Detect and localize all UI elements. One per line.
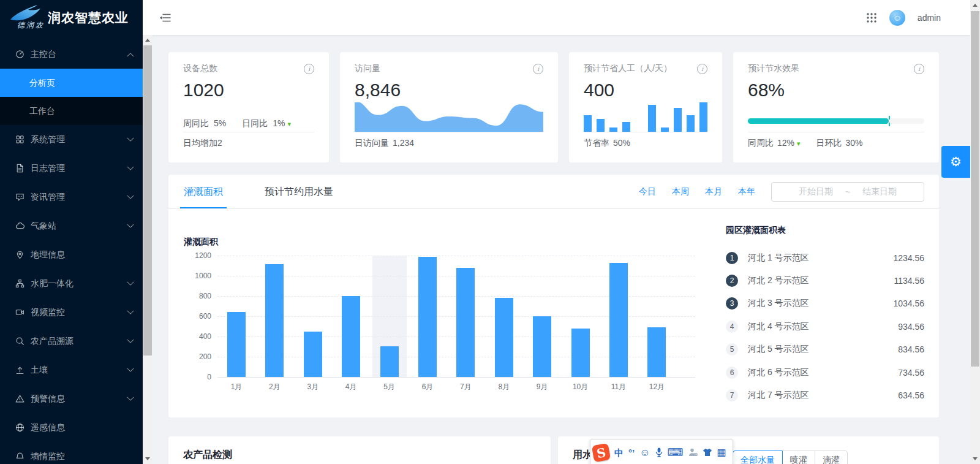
ime-punctuation-icon[interactable]: °’: [628, 448, 635, 457]
chevron-down-icon: [127, 365, 134, 371]
scroll-down-icon[interactable]: [970, 454, 980, 464]
sidebar-item-search[interactable]: 农产品溯源: [0, 327, 143, 356]
rank-value: 934.56: [898, 322, 924, 332]
range-today[interactable]: 今日: [639, 186, 656, 197]
chevron-down-icon: [127, 336, 134, 343]
water-filter-滴灌[interactable]: 滴灌: [815, 451, 848, 464]
app-screen: 德润农 润农智慧农业 主控台分析页工作台系统管理日志管理资讯管理气象站地理信息水…: [0, 0, 980, 464]
sidebar-item-apps[interactable]: 系统管理: [0, 125, 143, 154]
brand-logo[interactable]: 德润农 润农智慧农业: [0, 0, 143, 35]
x-axis-tick: 1月: [231, 382, 243, 392]
mini-bar: [699, 102, 707, 132]
apps-icon: [15, 135, 24, 145]
labor-bar-chart: [584, 102, 707, 132]
sidebar-subitem-工作台[interactable]: 工作台: [0, 97, 143, 125]
ranking-row: 4 河北 4 号示范区 934.56: [726, 315, 924, 338]
apps-grid-icon[interactable]: [866, 12, 877, 23]
sidebar-item-soil[interactable]: 土壤: [0, 356, 143, 384]
ime-toolbox-icon[interactable]: ▦: [717, 447, 726, 457]
stat-card-visits: 访问量 i 8,846 日访问量1,234: [340, 52, 558, 162]
sidebar-scrollbar[interactable]: [143, 35, 153, 464]
settings-drawer-button[interactable]: ⚙: [941, 146, 970, 178]
menu-fold-icon[interactable]: [159, 13, 172, 23]
info-icon[interactable]: i: [914, 64, 924, 74]
stat-card-footer: 节省率50%: [584, 132, 707, 153]
ime-keyboard-icon[interactable]: ⌨: [668, 447, 684, 458]
mini-bar: [584, 115, 592, 132]
water-filter-喷灌[interactable]: 喷灌: [782, 451, 815, 464]
range-year[interactable]: 本年: [738, 186, 755, 197]
rank-badge: 2: [726, 275, 738, 287]
sidebar-item-message[interactable]: 资讯管理: [0, 183, 143, 211]
ranking-row: 7 河北 7 号示范区 634.56: [726, 384, 924, 406]
mini-bar: [674, 108, 682, 132]
rank-name: 河北 5 号示范区: [748, 344, 898, 355]
rank-name: 河北 4 号示范区: [748, 321, 898, 332]
ime-mic-icon[interactable]: [655, 447, 663, 457]
scroll-up-icon[interactable]: [970, 0, 980, 10]
chevron-down-icon: [127, 278, 134, 285]
gear-icon: ⚙: [950, 154, 962, 169]
sidebar-item-cluster[interactable]: 水肥一体化: [0, 269, 143, 298]
file-icon: [15, 164, 24, 173]
chart-bar-2月: [265, 264, 284, 377]
ime-emoji-icon[interactable]: ☺: [639, 447, 650, 458]
dashboard-icon: [15, 50, 24, 59]
info-icon[interactable]: i: [304, 64, 314, 74]
mini-bar: [597, 119, 605, 132]
stat-card-labor: 预计节省人工（人/天） i 400 节省率50%: [569, 52, 722, 162]
ime-chinese-mode-icon[interactable]: 中: [614, 448, 624, 457]
sidebar-item-dashboard[interactable]: 主控台: [0, 40, 143, 69]
sidebar-item-video[interactable]: 视频监控: [0, 298, 143, 327]
scroll-up-icon[interactable]: [143, 35, 153, 45]
message-icon: [15, 192, 24, 202]
date-range-picker[interactable]: 开始日期 ~ 结束日期: [771, 182, 924, 202]
mini-bar: [687, 115, 695, 132]
sidebar-subitem-分析页[interactable]: 分析页: [0, 69, 143, 97]
cloud-icon: [15, 221, 24, 231]
username[interactable]: admin: [918, 13, 941, 23]
rank-name: 河北 7 号示范区: [748, 390, 898, 401]
x-axis-tick: 5月: [383, 382, 395, 392]
mini-bar: [661, 127, 669, 132]
rank-badge: 7: [726, 389, 738, 401]
cluster-icon: [15, 279, 24, 289]
page-scrollbar[interactable]: [970, 0, 980, 464]
progress-target-marker: [889, 116, 890, 126]
sidebar-item-globe[interactable]: 遥感信息: [0, 413, 143, 442]
info-icon[interactable]: i: [697, 64, 707, 74]
range-month[interactable]: 本月: [705, 186, 722, 197]
gridline: [217, 256, 695, 256]
info-icon[interactable]: i: [533, 64, 543, 74]
avatar[interactable]: ☺: [889, 10, 905, 26]
scroll-down-icon[interactable]: [143, 454, 153, 464]
chevron-down-icon: [127, 307, 134, 314]
sidebar-item-file[interactable]: 日志管理: [0, 154, 143, 183]
sidebar-scrollbar-thumb[interactable]: [143, 45, 152, 356]
ime-skin-icon[interactable]: [703, 448, 712, 457]
sidebar-item-cloud[interactable]: 气象站: [0, 211, 143, 240]
ime-toolbar[interactable]: S 中 °’ ☺ ⌨ 22 ▦: [590, 439, 733, 464]
mini-bar: [648, 105, 656, 132]
sidebar-item-bell[interactable]: 墒情监控: [0, 442, 143, 464]
water-filter-group: 全部水量喷灌滴灌: [733, 451, 848, 464]
tab-irrigation-area[interactable]: 灌溉面积: [174, 175, 233, 208]
x-axis-tick: 2月: [269, 382, 281, 392]
sidebar-item-warning[interactable]: 预警信息: [0, 384, 143, 413]
tab-estimated-water-saved[interactable]: 预计节约用水量: [255, 175, 343, 208]
x-axis-tick: 6月: [422, 382, 434, 392]
y-axis-tick: 800: [184, 292, 211, 300]
sogou-logo-icon[interactable]: S: [592, 443, 611, 462]
stat-card-devices: 设备总数 i 1020 周同比5% 日同比1%▾ 日均增加2: [168, 52, 329, 162]
sidebar-item-pin[interactable]: 地理信息: [0, 240, 143, 269]
stat-card-value: 1020: [183, 78, 314, 102]
stat-card-title: 预计节省人工（人/天）: [584, 63, 672, 74]
page-scrollbar-thumb[interactable]: [971, 11, 979, 367]
rank-value: 1034.56: [893, 299, 924, 308]
rank-value: 1234.56: [893, 253, 924, 263]
ranking-row: 1 河北 1 号示范区 1234.56: [726, 246, 924, 269]
date-end-placeholder: 结束日期: [862, 186, 897, 197]
water-filter-全部水量[interactable]: 全部水量: [733, 451, 783, 464]
ime-profile-icon[interactable]: 22: [688, 448, 698, 457]
range-week[interactable]: 本周: [672, 186, 689, 197]
